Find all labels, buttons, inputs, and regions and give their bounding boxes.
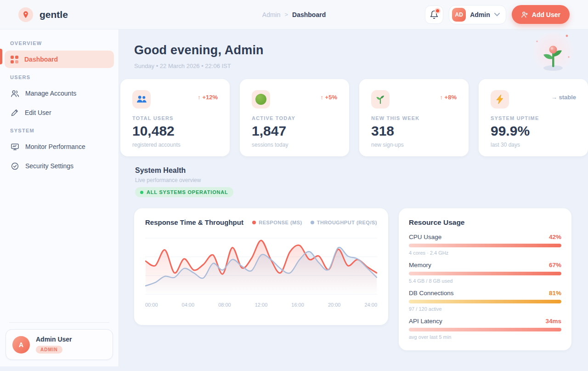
- sidebar-item-edit-user[interactable]: Edit User: [5, 104, 114, 121]
- brand[interactable]: gentle: [18, 7, 68, 22]
- add-user-label: Add User: [532, 11, 560, 18]
- sidebar-item-security-settings[interactable]: Security Settings: [5, 157, 114, 175]
- x-tick: 24:00: [364, 302, 377, 308]
- chart-title: Response Time & Throughput: [145, 218, 243, 226]
- dashboard-grid-icon: [11, 56, 18, 63]
- greeting-section: Good evening, Admin Sunday • 22 March 20…: [119, 29, 588, 69]
- meter-api-latency: API Latency 34ms avg over last 5 min: [409, 318, 561, 340]
- x-tick: 08:00: [218, 302, 231, 308]
- section-title: System Health: [135, 166, 588, 175]
- progress-bar: [409, 300, 561, 303]
- stat-change: ↑ +12%: [198, 94, 218, 101]
- legend-dot-icon: [252, 221, 256, 224]
- add-user-button[interactable]: Add User: [512, 5, 570, 24]
- stat-label: ACTIVE TODAY: [252, 115, 337, 121]
- chevron-down-icon: [494, 13, 500, 17]
- meter-value: 81%: [549, 290, 561, 297]
- progress-bar: [409, 272, 561, 275]
- profile-name: Admin User: [36, 336, 72, 343]
- meter-value: 67%: [549, 262, 561, 268]
- meter-sub: 4 cores · 2.4 GHz: [409, 250, 561, 256]
- main-content: Good evening, Admin Sunday • 22 March 20…: [119, 0, 588, 350]
- legend-throughput: THROUGHPUT (REQ/S): [311, 220, 377, 225]
- users-icon: [11, 89, 19, 98]
- progress-bar-fill: [409, 328, 561, 331]
- legend-label: THROUGHPUT (REQ/S): [317, 220, 377, 225]
- notifications-button[interactable]: [425, 6, 443, 24]
- sidebar-section-users: USERS: [10, 74, 119, 80]
- header-actions: AD Admin Add User: [425, 5, 570, 24]
- system-health-section: System Health Live performance overview …: [119, 156, 588, 197]
- brand-name: gentle: [40, 9, 68, 20]
- sidebar-item-label: Monitor Performance: [25, 143, 85, 150]
- account-menu-button[interactable]: AD Admin: [449, 5, 506, 24]
- seedling-icon: [371, 90, 390, 108]
- map-pin-icon: [18, 7, 33, 22]
- stats-row: ↑ +12% TOTAL USERS 10,482 registered acc…: [119, 69, 588, 156]
- sidebar-section-system: SYSTEM: [10, 128, 119, 133]
- stat-card-active-today: ↑ +5% ACTIVE TODAY 1,847 sessions today: [240, 79, 349, 156]
- person-add-icon: [521, 11, 528, 18]
- stat-value: 10,482: [132, 123, 218, 139]
- stat-value: 318: [371, 123, 457, 139]
- stat-change: ↑ +8%: [440, 94, 457, 101]
- meter-cpu: CPU Usage 42% 4 cores · 2.4 GHz: [409, 234, 561, 256]
- x-axis-labels: 00:00 04:00 08:00 12:00 16:00 20:00 24:0…: [145, 301, 377, 308]
- meter-label: CPU Usage: [409, 234, 441, 240]
- stat-card-new-this-week: ↑ +8% NEW THIS WEEK 318 new sign-ups: [359, 79, 469, 156]
- meter-label: API Latency: [409, 318, 442, 325]
- lightning-icon: [491, 90, 509, 108]
- stat-sub: registered accounts: [132, 142, 218, 148]
- sidebar-profile-card[interactable]: A Admin User ADMIN: [6, 329, 113, 360]
- x-tick: 20:00: [328, 302, 341, 308]
- stat-value: 99.9%: [491, 123, 576, 139]
- stat-sub: sessions today: [252, 142, 337, 148]
- sidebar-item-label: Dashboard: [24, 56, 58, 63]
- x-tick: 12:00: [255, 302, 268, 308]
- line-chart[interactable]: [145, 231, 377, 301]
- top-header: gentle Admin > Dashboard AD Admin Add Us…: [0, 0, 588, 29]
- meter-sub: avg over last 5 min: [409, 334, 561, 340]
- meter-db-connections: DB Connections 81% 97 / 120 active: [409, 290, 561, 312]
- active-item-indicator: [0, 49, 2, 64]
- progress-bar-fill: [409, 244, 561, 247]
- breadcrumb: Admin > Dashboard: [262, 11, 326, 18]
- page-title: Good evening, Admin: [134, 43, 571, 57]
- meter-memory: Memory 67% 5.4 GB / 8 GB used: [409, 262, 561, 284]
- date-line: Sunday • 22 March 2026 • 22:06 IST: [134, 63, 571, 69]
- stat-change: ↑ +5%: [321, 94, 338, 101]
- sidebar-divider: [9, 322, 109, 323]
- sidebar-item-monitor-performance[interactable]: Monitor Performance: [5, 138, 114, 155]
- sidebar-item-label: Manage Accounts: [25, 90, 76, 97]
- performance-chart-card: Response Time & Throughput RESPONSE (MS)…: [134, 208, 388, 325]
- stat-card-system-uptime: → stable SYSTEM UPTIME 99.9% last 30 day…: [479, 79, 588, 156]
- stat-label: SYSTEM UPTIME: [491, 115, 576, 121]
- green-circle-icon: [252, 90, 270, 108]
- progress-bar: [409, 244, 561, 247]
- x-tick: 04:00: [182, 302, 195, 308]
- status-badge-label: ALL SYSTEMS OPERATIONAL: [147, 189, 228, 195]
- stat-sub: last 30 days: [491, 142, 576, 148]
- stat-change: → stable: [551, 94, 576, 101]
- plant-illustration: [531, 30, 575, 79]
- breadcrumb-current: Dashboard: [292, 11, 326, 18]
- legend-label: RESPONSE (MS): [259, 220, 302, 225]
- meter-value: 34ms: [545, 318, 561, 325]
- meter-value: 42%: [549, 234, 561, 240]
- role-badge: ADMIN: [36, 346, 62, 354]
- progress-bar-fill: [409, 272, 561, 275]
- notification-dot: [436, 9, 439, 12]
- sidebar-item-dashboard[interactable]: Dashboard: [5, 51, 114, 68]
- sidebar-item-label: Edit User: [25, 109, 51, 116]
- profile-avatar: A: [12, 336, 30, 354]
- sidebar-spacer: [0, 176, 119, 322]
- breadcrumb-section[interactable]: Admin: [262, 11, 281, 18]
- pencil-icon: [11, 108, 19, 117]
- legend-dot-icon: [311, 221, 314, 224]
- sidebar-item-manage-accounts[interactable]: Manage Accounts: [5, 85, 114, 102]
- charts-row: Response Time & Throughput RESPONSE (MS)…: [119, 197, 588, 350]
- users-emoji-icon: [132, 90, 151, 108]
- progress-bar: [409, 328, 561, 331]
- monitor-icon: [11, 143, 19, 151]
- chart-legend: RESPONSE (MS) THROUGHPUT (REQ/S): [252, 220, 377, 225]
